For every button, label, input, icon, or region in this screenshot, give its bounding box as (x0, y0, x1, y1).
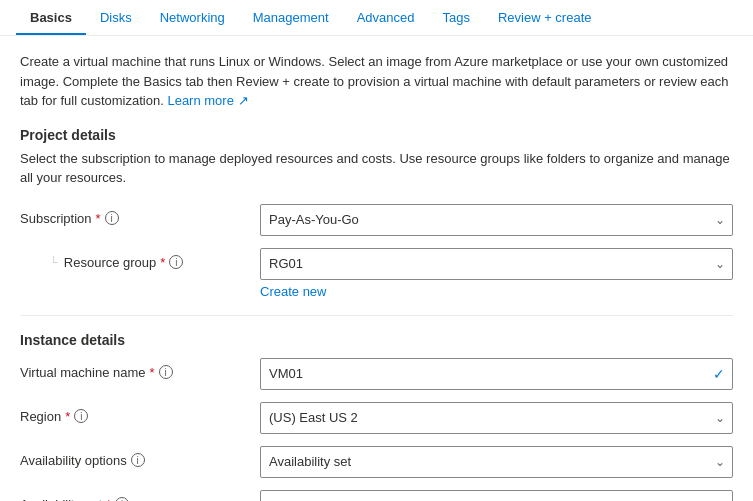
subscription-select-wrap: Pay-As-You-Go ⌄ (260, 204, 733, 236)
resource-group-select[interactable]: RG01 (260, 248, 733, 280)
tab-advanced[interactable]: Advanced (343, 0, 429, 35)
resource-group-info-icon[interactable]: i (169, 255, 183, 269)
vm-name-required: * (150, 365, 155, 380)
subscription-row: Subscription * i Pay-As-You-Go ⌄ (20, 204, 733, 236)
vm-name-info-icon[interactable]: i (159, 365, 173, 379)
region-select-wrap: (US) East US 2 ⌄ (260, 402, 733, 434)
resource-group-row: └ Resource group * i RG01 ⌄ Create new (20, 248, 733, 299)
resource-group-label: └ Resource group * i (20, 248, 260, 270)
subscription-select[interactable]: Pay-As-You-Go (260, 204, 733, 236)
learn-more-link[interactable]: Learn more ↗ (167, 93, 248, 108)
subscription-info-icon[interactable]: i (105, 211, 119, 225)
resource-group-create-new-link[interactable]: Create new (260, 284, 326, 299)
region-select[interactable]: (US) East US 2 (260, 402, 733, 434)
section-divider (20, 315, 733, 316)
availability-options-info-icon[interactable]: i (131, 453, 145, 467)
tab-basics[interactable]: Basics (16, 0, 86, 35)
vm-name-control: ✓ (260, 358, 733, 390)
tab-disks[interactable]: Disks (86, 0, 146, 35)
project-details-desc: Select the subscription to manage deploy… (20, 149, 733, 188)
intro-paragraph: Create a virtual machine that runs Linux… (20, 52, 733, 111)
availability-options-control: Availability set ⌄ (260, 446, 733, 478)
external-link-icon: ↗ (238, 93, 249, 108)
region-info-icon[interactable]: i (74, 409, 88, 423)
resource-group-select-wrap: RG01 ⌄ (260, 248, 733, 280)
availability-set-select-wrap: No existing availability sets in current… (260, 490, 733, 502)
vm-name-input-wrap: ✓ (260, 358, 733, 390)
availability-set-row: Availability set * i No existing availab… (20, 490, 733, 502)
vm-name-label: Virtual machine name * i (20, 358, 260, 380)
availability-set-required: * (106, 497, 111, 502)
subscription-control: Pay-As-You-Go ⌄ (260, 204, 733, 236)
subscription-required: * (96, 211, 101, 226)
vm-name-check-icon: ✓ (713, 366, 725, 382)
tab-bar: Basics Disks Networking Management Advan… (0, 0, 753, 36)
region-required: * (65, 409, 70, 424)
main-content: Create a virtual machine that runs Linux… (0, 36, 753, 501)
availability-set-label: Availability set * i (20, 490, 260, 502)
resource-group-required: * (160, 255, 165, 270)
availability-options-select[interactable]: Availability set (260, 446, 733, 478)
vm-name-row: Virtual machine name * i ✓ (20, 358, 733, 390)
availability-set-info-icon[interactable]: i (115, 497, 129, 501)
instance-details-title: Instance details (20, 332, 733, 348)
availability-options-row: Availability options i Availability set … (20, 446, 733, 478)
availability-set-control: No existing availability sets in current… (260, 490, 733, 502)
region-label: Region * i (20, 402, 260, 424)
tab-management[interactable]: Management (239, 0, 343, 35)
subscription-label: Subscription * i (20, 204, 260, 226)
availability-options-label: Availability options i (20, 446, 260, 468)
region-control: (US) East US 2 ⌄ (260, 402, 733, 434)
project-details-title: Project details (20, 127, 733, 143)
availability-set-select[interactable]: No existing availability sets in current… (260, 490, 733, 502)
availability-options-select-wrap: Availability set ⌄ (260, 446, 733, 478)
tab-networking[interactable]: Networking (146, 0, 239, 35)
tab-tags[interactable]: Tags (428, 0, 483, 35)
vm-name-input[interactable] (260, 358, 733, 390)
region-row: Region * i (US) East US 2 ⌄ (20, 402, 733, 434)
resource-group-control: RG01 ⌄ Create new (260, 248, 733, 299)
tab-review-create[interactable]: Review + create (484, 0, 606, 35)
